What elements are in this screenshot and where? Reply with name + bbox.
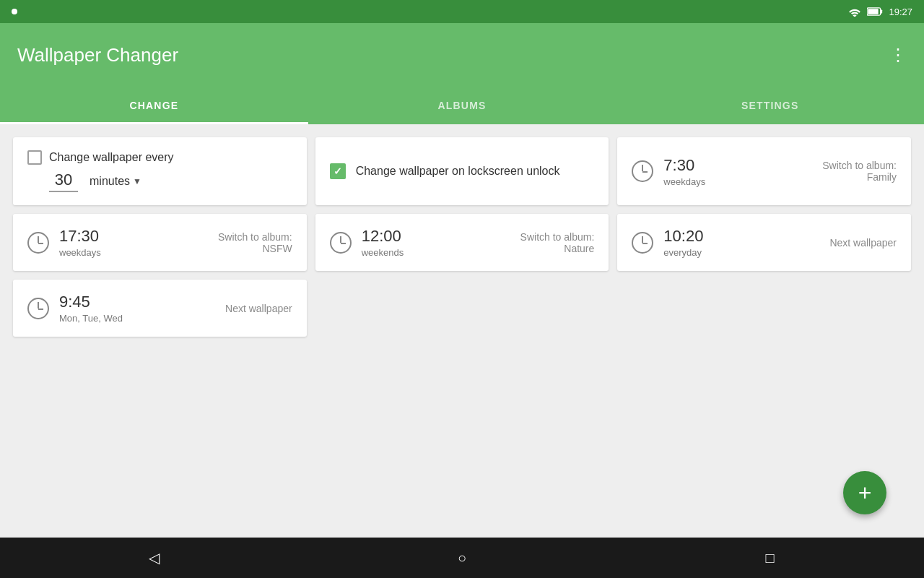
overflow-menu-icon[interactable]: ⋮ <box>889 45 907 65</box>
schedule-card-2[interactable]: 12:00 weekends Switch to album: Nature <box>315 214 609 271</box>
schedule-info-1: 17:30 weekdays <box>59 227 208 258</box>
plus-icon: + <box>858 481 872 504</box>
schedule-action-2: Switch to album: Nature <box>520 231 595 254</box>
app-bar: Wallpaper Changer ⋮ <box>0 23 924 87</box>
add-schedule-fab[interactable]: + <box>843 471 886 514</box>
nav-bar: ◁ ○ □ <box>0 538 924 578</box>
schedule-time-0: 7:30 <box>663 156 812 175</box>
schedule-action-3: Next wallpaper <box>829 237 897 249</box>
status-bar-right: 19:27 <box>848 7 912 17</box>
schedule-time-4: 9:45 <box>59 293 215 311</box>
tab-settings[interactable]: SETTINGS <box>616 87 924 124</box>
schedule-time-2: 12:00 <box>362 227 510 246</box>
schedule-card-3[interactable]: 10:20 everyday Next wallpaper <box>617 214 911 271</box>
schedule-days-4: Mon, Tue, Wed <box>59 313 215 324</box>
back-button[interactable]: ◁ <box>136 540 171 575</box>
clock-icon-4 <box>27 298 49 319</box>
interval-unit-dropdown[interactable]: minutes ▼ <box>90 175 141 188</box>
schedule-info-2: 12:00 weekends <box>362 227 510 258</box>
change-every-label: Change wallpaper every <box>49 151 174 164</box>
schedule-action-0: Switch to album: Family <box>822 160 897 183</box>
lockscreen-label: Change wallpaper on lockscreen unlock <box>356 165 560 178</box>
app-title: Wallpaper Changer <box>17 44 178 66</box>
interval-unit-label: minutes <box>90 175 130 188</box>
clock-icon-3 <box>632 232 653 254</box>
clock-icon-1 <box>27 232 49 254</box>
dropdown-arrow-icon: ▼ <box>133 176 141 186</box>
schedule-info-3: 10:20 everyday <box>663 227 819 258</box>
svg-rect-1 <box>881 9 883 13</box>
schedule-time-1: 17:30 <box>59 227 208 246</box>
change-every-top-row: Change wallpaper every <box>27 150 174 165</box>
change-every-card[interactable]: Change wallpaper every 30 minutes ▼ <box>13 137 307 205</box>
change-every-bottom-row: 30 minutes ▼ <box>49 171 141 192</box>
tab-albums[interactable]: ALBUMS <box>308 87 616 124</box>
main-content: Change wallpaper every 30 minutes ▼ Chan… <box>0 124 924 538</box>
schedule-days-1: weekdays <box>59 247 208 258</box>
status-bar-left <box>12 9 17 14</box>
tab-bar: CHANGE ALBUMS SETTINGS <box>0 87 924 124</box>
schedule-days-2: weekends <box>362 247 510 258</box>
home-button[interactable]: ○ <box>445 540 479 575</box>
clock-icon-2 <box>330 232 352 254</box>
clock-icon-0 <box>632 160 653 182</box>
tab-change[interactable]: CHANGE <box>0 87 308 124</box>
status-bar: 19:27 <box>0 0 924 23</box>
schedule-days-0: weekdays <box>663 176 812 187</box>
notification-dot <box>12 9 17 14</box>
schedule-action-1: Switch to album: NSFW <box>218 231 292 254</box>
change-every-checkbox[interactable] <box>27 150 42 165</box>
schedule-days-3: everyday <box>663 247 819 258</box>
schedule-card-1[interactable]: 17:30 weekdays Switch to album: NSFW <box>13 214 307 271</box>
schedule-action-4: Next wallpaper <box>225 303 292 314</box>
schedule-card-4[interactable]: 9:45 Mon, Tue, Wed Next wallpaper <box>13 280 307 337</box>
schedule-time-3: 10:20 <box>663 227 819 246</box>
battery-icon <box>867 7 883 17</box>
status-time: 19:27 <box>889 7 912 17</box>
lockscreen-card[interactable]: Change wallpaper on lockscreen unlock <box>315 137 609 205</box>
wifi-icon <box>848 7 861 17</box>
schedule-info-4: 9:45 Mon, Tue, Wed <box>59 293 215 324</box>
recents-button[interactable]: □ <box>753 540 788 575</box>
schedule-card-0[interactable]: 7:30 weekdays Switch to album: Family <box>617 137 911 205</box>
svg-rect-2 <box>868 9 879 14</box>
schedule-info-0: 7:30 weekdays <box>663 156 812 187</box>
lockscreen-checkbox[interactable] <box>330 163 346 179</box>
interval-value[interactable]: 30 <box>49 171 78 192</box>
